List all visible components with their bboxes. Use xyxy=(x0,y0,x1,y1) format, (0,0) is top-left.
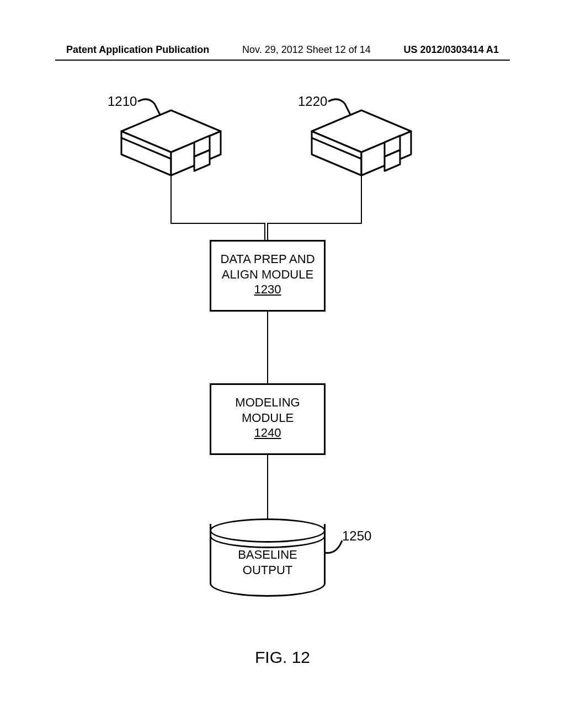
connector-1230-1240 xyxy=(267,312,268,383)
module-modeling-line2: MODULE xyxy=(211,410,324,426)
module-data-prep-line2: ALIGN MODULE xyxy=(211,267,324,282)
page-header: Patent Application Publication Nov. 29, … xyxy=(0,44,565,56)
header-right: US 2012/0303414 A1 xyxy=(404,44,499,56)
cylinder-baseline-output: BASELINE OUTPUT xyxy=(210,531,326,597)
module-data-prep-line1: DATA PREP AND xyxy=(211,251,324,267)
module-modeling: MODELING MODULE 1240 xyxy=(210,383,326,455)
module-data-prep: DATA PREP AND ALIGN MODULE 1230 xyxy=(210,240,326,312)
cylinder-line2: OUTPUT xyxy=(211,563,324,578)
module-modeling-line1: MODELING xyxy=(211,395,324,410)
cylinder-line1: BASELINE xyxy=(211,547,324,563)
header-rule xyxy=(55,60,510,61)
figure-caption: FIG. 12 xyxy=(0,648,565,667)
header-left: Patent Application Publication xyxy=(66,44,209,56)
cylinder-top xyxy=(210,518,326,543)
figure-diagram: 1210 1220 xyxy=(0,77,565,684)
header-mid: Nov. 29, 2012 Sheet 12 of 14 xyxy=(242,44,371,56)
module-modeling-num: 1240 xyxy=(211,425,324,441)
connector-1240-1250 xyxy=(267,455,268,518)
module-data-prep-num: 1230 xyxy=(211,282,324,297)
